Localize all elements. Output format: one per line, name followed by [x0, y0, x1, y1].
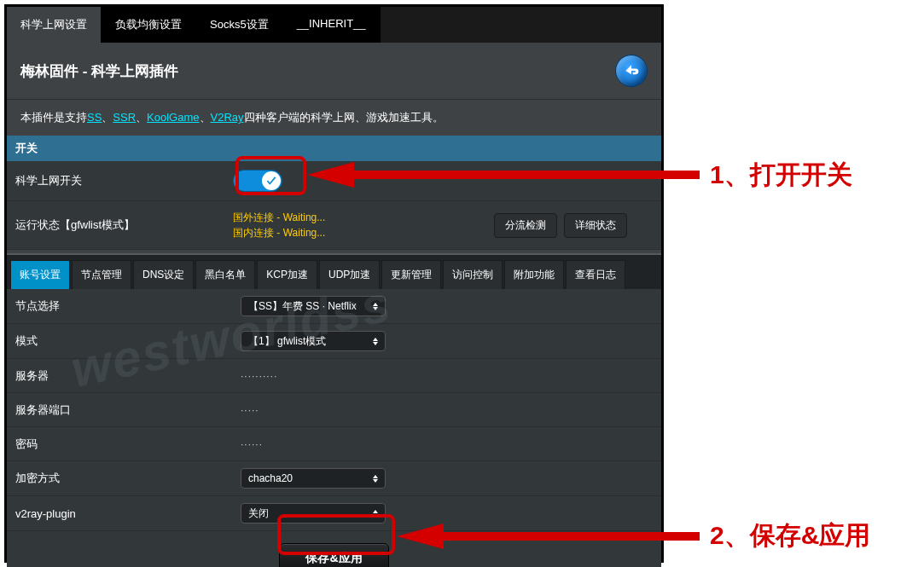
- toggle-knob: [262, 171, 281, 190]
- server-row: 服务器 ··········: [7, 359, 661, 393]
- sub-tab-node[interactable]: 节点管理: [72, 260, 131, 289]
- sub-tab-udp[interactable]: UDP加速: [319, 260, 380, 289]
- v2ray-select[interactable]: 关闭: [241, 503, 386, 524]
- sub-tab-dns[interactable]: DNS设定: [133, 260, 194, 289]
- sub-tab-update[interactable]: 更新管理: [381, 260, 441, 289]
- encrypt-row: 加密方式 chacha20: [7, 461, 661, 496]
- top-tabs: 科学上网设置 负载均衡设置 Socks5设置 __INHERIT__: [7, 7, 661, 43]
- node-select[interactable]: 【SS】年费 SS · Netflix: [241, 296, 386, 316]
- link-v2ray[interactable]: V2Ray: [211, 111, 244, 124]
- annotation-arrow-1: [307, 162, 700, 188]
- node-label: 节点选择: [15, 298, 241, 314]
- status-domestic: 国内连接 - Waiting...: [233, 225, 325, 240]
- v2ray-label: v2ray-plugin: [15, 507, 241, 520]
- back-button[interactable]: [615, 55, 648, 87]
- node-value: 【SS】年费 SS · Netflix: [248, 299, 357, 314]
- server-value: ··········: [241, 370, 277, 382]
- sub-tab-kcp[interactable]: KCP加速: [257, 260, 317, 289]
- top-tab-proxy-settings[interactable]: 科学上网设置: [7, 7, 102, 43]
- sub-tabs: 账号设置 节点管理 DNS设定 黑白名单 KCP加速 UDP加速 更新管理 访问…: [7, 253, 661, 289]
- encrypt-value: chacha20: [248, 472, 293, 484]
- save-apply-button[interactable]: 保存&应用: [279, 543, 388, 567]
- section-switch-header: 开关: [7, 136, 661, 161]
- top-tab-inherit[interactable]: __INHERIT__: [283, 7, 381, 43]
- switch-label: 科学上网开关: [15, 173, 233, 188]
- description: 本插件是支持SS、SSR、KoolGame、V2Ray四种客户端的科学上网、游戏…: [7, 100, 661, 136]
- port-value: ·····: [241, 404, 259, 416]
- sub-tab-bwlist[interactable]: 黑白名单: [195, 260, 255, 289]
- port-label: 服务器端口: [15, 402, 241, 418]
- annotation-text-1: 1、打开开关: [710, 158, 852, 193]
- mode-row: 模式 【1】 gfwlist模式: [7, 324, 661, 359]
- header: 梅林固件 - 科学上网插件: [7, 43, 661, 100]
- proxy-toggle[interactable]: [233, 170, 282, 192]
- desc-prefix: 本插件是支持: [20, 111, 87, 124]
- status-row: 运行状态【gfwlist模式】 国外连接 - Waiting... 国内连接 -…: [7, 201, 661, 250]
- top-tab-socks5[interactable]: Socks5设置: [196, 7, 283, 43]
- status-foreign: 国外连接 - Waiting...: [233, 210, 325, 225]
- caret-icon: [373, 338, 378, 345]
- annotation-text-2: 2、保存&应用: [710, 518, 870, 553]
- encrypt-select[interactable]: chacha20: [241, 468, 386, 489]
- sub-tab-extra[interactable]: 附加功能: [504, 260, 564, 289]
- password-value: ······: [241, 438, 263, 450]
- password-label: 密码: [15, 437, 241, 452]
- svg-marker-0: [307, 162, 700, 188]
- mode-value: 【1】 gfwlist模式: [248, 334, 326, 349]
- mode-select[interactable]: 【1】 gfwlist模式: [241, 331, 386, 351]
- node-row: 节点选择 【SS】年费 SS · Netflix: [7, 289, 661, 324]
- app-panel: 科学上网设置 负载均衡设置 Socks5设置 __INHERIT__ 梅林固件 …: [4, 4, 664, 563]
- mode-label: 模式: [15, 333, 241, 349]
- sub-tab-access[interactable]: 访问控制: [443, 260, 503, 289]
- detail-status-button[interactable]: 详细状态: [564, 213, 627, 238]
- password-row: 密码 ······: [7, 427, 661, 461]
- encrypt-label: 加密方式: [15, 471, 241, 486]
- desc-suffix: 四种客户端的科学上网、游戏加速工具。: [244, 111, 444, 124]
- sub-tab-logs[interactable]: 查看日志: [566, 260, 625, 289]
- caret-icon: [373, 303, 378, 310]
- flow-detect-button[interactable]: 分流检测: [494, 213, 557, 238]
- sub-tab-account[interactable]: 账号设置: [10, 260, 70, 289]
- status-label: 运行状态【gfwlist模式】: [15, 217, 233, 233]
- svg-marker-1: [397, 524, 700, 549]
- v2ray-value: 关闭: [248, 506, 269, 521]
- caret-icon: [373, 475, 378, 483]
- check-icon: [265, 175, 277, 187]
- annotation-arrow-2: [397, 524, 700, 549]
- link-ss[interactable]: SS: [87, 111, 102, 124]
- port-row: 服务器端口 ·····: [7, 393, 661, 427]
- link-ssr[interactable]: SSR: [113, 111, 136, 124]
- server-label: 服务器: [15, 368, 241, 384]
- link-koolgame[interactable]: KoolGame: [147, 111, 199, 124]
- back-arrow-icon: [623, 62, 640, 79]
- page-title: 梅林固件 - 科学上网插件: [20, 61, 178, 81]
- top-tab-load-balance[interactable]: 负载均衡设置: [102, 7, 196, 43]
- caret-icon: [373, 510, 378, 518]
